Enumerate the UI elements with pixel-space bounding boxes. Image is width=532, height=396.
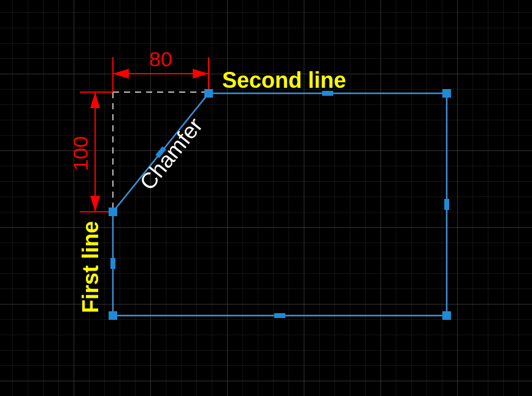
label-second-line: Second line <box>222 68 346 93</box>
grip-vertex-bottom-right[interactable] <box>442 311 451 320</box>
label-chamfer: Chamfer <box>134 113 207 195</box>
grip-vertex-top-right[interactable] <box>442 89 451 98</box>
dimension-vertical-value: 100 <box>69 136 92 171</box>
cad-canvas[interactable]: 80 100 First line Second line Chamfer <box>0 0 532 396</box>
grip-midpoint-bottom[interactable] <box>274 313 285 318</box>
label-first-line: First line <box>78 221 103 313</box>
dimension-horizontal-value: 80 <box>149 47 172 71</box>
svg-marker-8 <box>90 92 100 108</box>
svg-marker-3 <box>113 69 129 79</box>
svg-marker-9 <box>90 196 100 212</box>
grip-midpoint-left[interactable] <box>110 258 115 269</box>
chamfered-rectangle[interactable] <box>113 93 447 316</box>
grip-vertex-bottom-left[interactable] <box>109 311 117 320</box>
svg-marker-4 <box>193 69 209 79</box>
dimension-vertical: 100 <box>69 92 113 212</box>
dimension-horizontal: 80 <box>113 47 209 92</box>
grip-vertex-chamfer-top[interactable] <box>204 89 213 98</box>
grip-vertex-chamfer-bottom[interactable] <box>109 208 117 216</box>
grip-midpoint-right[interactable] <box>444 199 449 210</box>
